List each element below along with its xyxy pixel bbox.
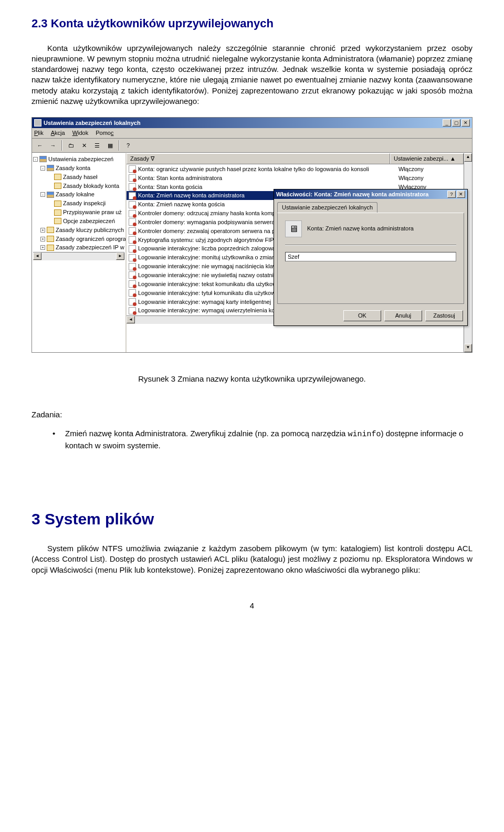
policy-row[interactable]: Konta: ogranicz używanie pustych haseł p… xyxy=(127,165,464,174)
section-heading-2.3: 2.3 Konta użytkowników uprzywilejowanych xyxy=(32,16,472,31)
apply-button[interactable]: Zastosuj xyxy=(425,310,463,321)
tree-toggle-icon[interactable]: - xyxy=(33,157,38,162)
policy-icon xyxy=(129,280,136,288)
menu-widok[interactable]: Widok xyxy=(72,129,89,137)
folder-icon xyxy=(54,183,61,189)
policy-icon xyxy=(129,254,136,261)
column-zasady[interactable]: Zasady ∇ xyxy=(127,153,390,164)
policy-icon xyxy=(129,183,136,191)
scroll-left-icon[interactable]: ◄ xyxy=(33,252,41,260)
tree-item[interactable]: Opcje zabezpieczeń xyxy=(33,217,124,226)
tree-item[interactable]: +Zasady ograniczeń oprogra xyxy=(33,235,124,244)
policy-icon xyxy=(129,218,136,226)
tree-toggle-icon[interactable]: - xyxy=(40,192,45,197)
app-icon xyxy=(34,119,41,127)
toolbar-delete-icon[interactable]: ✕ xyxy=(78,140,90,151)
tree-item[interactable]: Przypisywanie praw uż xyxy=(33,208,124,217)
figure-caption-3: Rysunek 3 Zmiana nazwy konta użytkownika… xyxy=(32,374,472,384)
policy-icon xyxy=(129,307,136,314)
policy-icon xyxy=(129,271,136,279)
folder-open-icon xyxy=(54,218,61,224)
book-icon xyxy=(47,165,54,171)
policy-icon xyxy=(129,174,136,182)
close-button[interactable]: ✕ xyxy=(461,119,470,127)
page-number: 4 xyxy=(32,601,472,611)
tree-item[interactable]: +Zasady zabezpieczeń IP w xyxy=(33,243,124,252)
ok-button[interactable]: OK xyxy=(343,310,381,321)
tree-item-label: Zasady blokady konta xyxy=(63,182,119,190)
scroll-up-icon[interactable]: ▲ xyxy=(464,153,472,162)
tree-toggle-icon[interactable]: + xyxy=(40,245,45,250)
tree-item-label: Zasady konta xyxy=(56,164,90,172)
dialog-help-button[interactable]: ? xyxy=(447,191,456,198)
policy-icon xyxy=(129,245,136,252)
tasks-label: Zadania: xyxy=(32,409,472,420)
toolbar-up-icon[interactable]: 🗀 xyxy=(65,140,77,151)
task-item-1: Zmień nazwę konta Administratora. Zweryf… xyxy=(52,428,472,451)
tree-hscroll[interactable]: ◄ ► xyxy=(33,252,124,260)
toolbar-export-icon[interactable]: ▦ xyxy=(104,140,116,151)
toolbar-separator xyxy=(61,140,62,151)
tree-toggle-icon[interactable]: - xyxy=(40,166,45,171)
folder-icon xyxy=(54,209,61,216)
dialog-policy-icon: 🖥 xyxy=(285,220,302,237)
tab-local-settings[interactable]: Ustawianie zabezpieczeń lokalnych xyxy=(277,202,377,213)
menu-plik[interactable]: Plik xyxy=(34,129,44,137)
toolbar: ← → 🗀 ✕ ☰ ▦ ? xyxy=(32,139,472,153)
toolbar-back-icon[interactable]: ← xyxy=(34,140,46,151)
policy-row[interactable]: Konta: Stan konta administratoraWłączony xyxy=(127,174,464,183)
toolbar-help-icon[interactable]: ? xyxy=(122,140,134,151)
folder-icon xyxy=(54,201,61,207)
toolbar-forward-icon[interactable]: → xyxy=(47,140,59,151)
tree-item[interactable]: -Zasady konta xyxy=(33,164,124,173)
tree-item[interactable]: +Zasady kluczy publicznych xyxy=(33,226,124,235)
tree-item[interactable]: -Ustawienia zabezpieczeń xyxy=(33,155,124,164)
tree-pane[interactable]: -Ustawienia zabezpieczeń-Zasady kontaZas… xyxy=(32,153,127,352)
policy-icon xyxy=(129,263,136,270)
policy-value: Włączony xyxy=(398,174,461,182)
cancel-button[interactable]: Anuluj xyxy=(384,310,422,321)
dialog-description: Konta: Zmień nazwę konta administratora xyxy=(307,225,414,233)
book-icon xyxy=(39,156,47,162)
tree-item-label: Zasady ograniczeń oprogra xyxy=(56,235,126,243)
paragraph-3: System plików NTFS umożliwia związanie z… xyxy=(32,543,472,575)
menu-pomoc[interactable]: Pomoc xyxy=(96,129,113,137)
tree-item-label: Zasady lokalne xyxy=(56,191,94,198)
tree-item-label: Zasady kluczy publicznych xyxy=(56,226,124,234)
scroll-right-icon[interactable]: ► xyxy=(116,252,124,260)
rename-admin-input[interactable] xyxy=(285,252,456,261)
policy-name: Konta: ogranicz używanie pustych haseł p… xyxy=(138,165,398,173)
tree-item-label: Ustawienia zabezpieczeń xyxy=(48,155,113,163)
dialog-titlebar: Właściwości: Konta: Zmień nazwę konta ad… xyxy=(274,189,467,199)
policy-icon xyxy=(129,165,136,173)
policy-icon xyxy=(129,227,136,235)
menu-akcja[interactable]: Akcja xyxy=(51,129,65,137)
dialog-close-button[interactable]: ✕ xyxy=(457,191,465,198)
tree-toggle-icon[interactable]: + xyxy=(40,228,45,233)
tree-item[interactable]: -Zasady lokalne xyxy=(33,190,124,199)
tree-item[interactable]: Zasady blokady konta xyxy=(33,182,124,191)
main-window-titlebar: Ustawienia zabezpieczeń lokalnych _ ▢ ✕ xyxy=(32,118,472,128)
screenshot-local-security: Ustawienia zabezpieczeń lokalnych _ ▢ ✕ … xyxy=(32,117,472,353)
policy-icon xyxy=(129,192,136,199)
chapter-heading-3: 3 System plików xyxy=(32,509,472,530)
list-header: Zasady ∇ Ustawienie zabezpi... ▲ xyxy=(127,153,464,164)
tree-item-label: Opcje zabezpieczeń xyxy=(63,217,115,225)
book-icon xyxy=(47,192,54,198)
scroll-down-icon[interactable]: ▼ xyxy=(464,344,472,352)
tree-toggle-icon[interactable]: + xyxy=(40,237,45,241)
main-window-title: Ustawienia zabezpieczeń lokalnych xyxy=(44,119,141,127)
list-pane: Zasady ∇ Ustawienie zabezpi... ▲ Konta: … xyxy=(127,153,472,352)
column-ustawienie[interactable]: Ustawienie zabezpi... ▲ xyxy=(390,153,464,164)
tree-item[interactable]: Zasady haseł xyxy=(33,173,124,182)
policy-name: Konta: Stan konta administratora xyxy=(138,174,398,182)
minimize-button[interactable]: _ xyxy=(443,119,451,127)
policy-icon xyxy=(129,201,136,208)
policy-icon xyxy=(129,236,136,244)
toolbar-separator xyxy=(119,140,120,151)
tree-item-label: Zasady haseł xyxy=(63,173,97,181)
maximize-button[interactable]: ▢ xyxy=(452,119,460,127)
scroll-left-icon[interactable]: ◄ xyxy=(127,316,135,323)
toolbar-properties-icon[interactable]: ☰ xyxy=(91,140,103,151)
tree-item[interactable]: Zasady inspekcji xyxy=(33,199,124,208)
